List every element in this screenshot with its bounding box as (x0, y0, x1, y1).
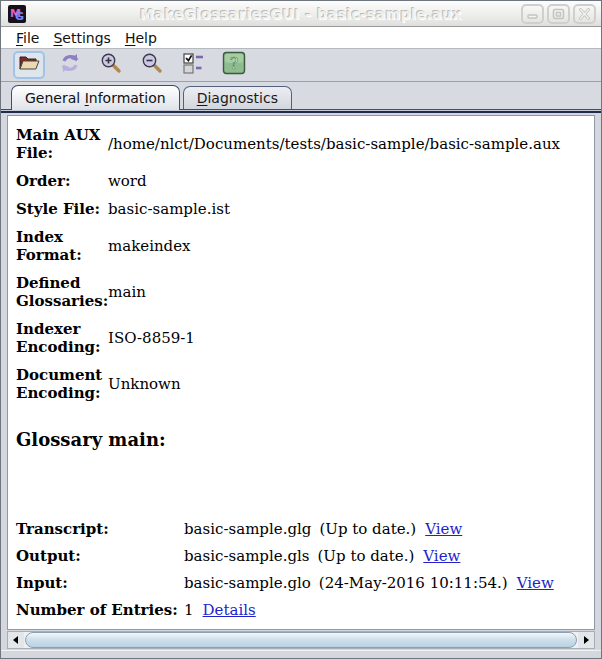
maximize-button[interactable] (547, 4, 570, 24)
folder-open-icon (17, 51, 41, 79)
menu-bar: File Settings Help (1, 27, 601, 49)
menu-file[interactable]: File (9, 29, 46, 47)
file-value: basic-sample.glo (184, 574, 311, 593)
help-icon: ? (222, 51, 246, 79)
menu-settings[interactable]: Settings (46, 29, 117, 47)
horizontal-scrollbar[interactable] (7, 631, 595, 649)
refresh-icon (58, 51, 82, 79)
file-status: (Up to date.) (318, 547, 415, 566)
app-window: M G MakeGlossariesGUI - basic-sample.aux (0, 0, 602, 659)
file-label: Output: (16, 547, 184, 566)
field-value: basic-sample.ist (108, 200, 230, 218)
field-label: Style File: (16, 200, 108, 218)
toolbar: ? (1, 49, 601, 82)
title-bar[interactable]: M G MakeGlossariesGUI - basic-sample.aux (1, 1, 601, 27)
hscrollbar-region (1, 631, 601, 650)
scroll-right-arrow[interactable] (578, 632, 594, 648)
file-status: (Up to date.) (319, 520, 416, 539)
field-value: ISO-8859-1 (108, 329, 195, 347)
glossary-files-group: Transcript: basic-sample.glg (Up to date… (16, 520, 584, 620)
field-label: Indexer Encoding: (16, 320, 108, 356)
zoom-out-button[interactable] (136, 51, 168, 79)
field-value: /home/nlct/Documents/tests/basic-sample/… (108, 135, 560, 153)
close-icon (578, 5, 591, 24)
field-label: Document Encoding: (16, 366, 108, 402)
tab-strip: General Information Diagnostics (1, 82, 601, 109)
field-row-defined-glossaries: Defined Glossaries: main (16, 274, 584, 310)
content-area: Main AUX File: /home/nlct/Documents/test… (1, 113, 601, 631)
file-row-number-of-entries: Number of Entries: 1 Details (16, 601, 584, 620)
minimize-icon (526, 5, 539, 24)
file-value: basic-sample.gls (184, 547, 310, 566)
field-row-index-format: Index Format: makeindex (16, 228, 584, 264)
file-label: Number of Entries: (16, 601, 184, 620)
field-value: main (108, 283, 146, 301)
window-title: MakeGlossariesGUI - basic-sample.aux (1, 6, 601, 22)
scrollbar-thumb[interactable] (25, 632, 577, 648)
field-label: Main AUX File: (16, 126, 108, 162)
view-transcript-link[interactable]: View (425, 520, 462, 539)
file-label: Input: (16, 574, 184, 593)
arrow-left-icon (12, 636, 20, 644)
help-button[interactable]: ? (218, 51, 250, 79)
file-value: basic-sample.glg (184, 520, 311, 539)
file-row-output: Output: basic-sample.gls (Up to date.) V… (16, 547, 584, 566)
field-row-style-file: Style File: basic-sample.ist (16, 200, 584, 218)
zoom-out-icon (140, 51, 164, 79)
view-output-link[interactable]: View (423, 547, 460, 566)
entries-count: 1 (184, 601, 194, 620)
file-label: Transcript: (16, 520, 184, 539)
minimize-button[interactable] (521, 4, 544, 24)
field-value: makeindex (108, 237, 191, 255)
details-link[interactable]: Details (203, 601, 256, 620)
window-controls (521, 4, 596, 24)
field-row-main-aux-file: Main AUX File: /home/nlct/Documents/test… (16, 126, 584, 162)
scroll-left-arrow[interactable] (8, 632, 24, 648)
file-row-input: Input: basic-sample.glo (24-May-2016 10:… (16, 574, 584, 593)
open-file-button[interactable] (13, 51, 45, 79)
checkbox-settings-icon (181, 51, 205, 79)
properties-button[interactable] (177, 51, 209, 79)
close-button[interactable] (573, 4, 596, 24)
field-label: Defined Glossaries: (16, 274, 108, 310)
field-label: Order: (16, 172, 108, 190)
file-row-transcript: Transcript: basic-sample.glg (Up to date… (16, 520, 584, 539)
maximize-icon (552, 5, 565, 24)
glossary-heading: Glossary main: (16, 429, 584, 450)
field-value: word (108, 172, 147, 190)
reload-button[interactable] (54, 51, 86, 79)
view-input-link[interactable]: View (517, 574, 554, 593)
file-status: (24-May-2016 10:11:54.) (319, 574, 508, 593)
field-label: Index Format: (16, 228, 108, 264)
window-bottom-frame (1, 650, 601, 658)
tab-diagnostics[interactable]: Diagnostics (183, 86, 292, 109)
zoom-in-button[interactable] (95, 51, 127, 79)
arrow-right-icon (582, 636, 590, 644)
tab-general-information[interactable]: General Information (11, 85, 180, 110)
field-row-order: Order: word (16, 172, 584, 190)
svg-text:?: ? (230, 54, 239, 73)
zoom-in-icon (99, 51, 123, 79)
menu-help[interactable]: Help (118, 29, 164, 47)
field-row-document-encoding: Document Encoding: Unknown (16, 366, 584, 402)
field-value: Unknown (108, 375, 181, 393)
general-information-panel: Main AUX File: /home/nlct/Documents/test… (7, 115, 595, 630)
field-row-indexer-encoding: Indexer Encoding: ISO-8859-1 (16, 320, 584, 356)
